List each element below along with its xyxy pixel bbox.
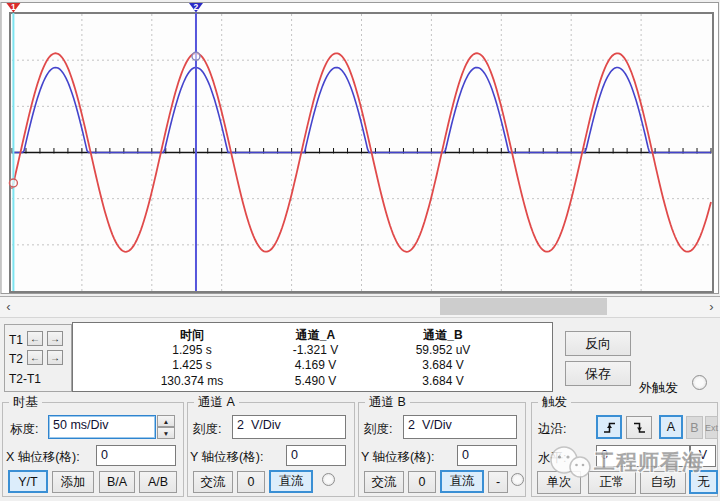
measurement-readout: 时间 通道_A 通道_B 1.295 s -1.321 V 59.952 uV … [72, 322, 553, 392]
cursor-1-label: 1 [11, 2, 16, 12]
cursor-2-trace-ring [192, 52, 200, 60]
yt-mode-button[interactable]: Y/T [8, 470, 48, 493]
rising-edge-icon [602, 420, 617, 435]
trigger-source-ext-button[interactable]: Ext [705, 416, 718, 439]
timebase-title: 时基 [9, 394, 42, 411]
readout-header-row: 时间 通道_A 通道_B [131, 327, 546, 344]
dt-time-value: 130.374 ms [131, 374, 253, 388]
trigger-source-ext-label: Ext [705, 423, 718, 433]
trigger-level-input[interactable]: 0 [596, 445, 690, 467]
scroll-right-button[interactable]: › [703, 297, 720, 316]
t1-channel-a-value: -1.321 V [253, 343, 378, 357]
t2-readout-row: 1.425 s 4.169 V 3.684 V [131, 358, 546, 372]
channel-a-dc-label: 直流 [279, 473, 304, 490]
channel-a-ac-button[interactable]: 交流 [193, 471, 233, 493]
t1-channel-b-value: 59.952 uV [378, 343, 508, 357]
t2-time-value: 1.425 s [131, 358, 253, 372]
t1-left-button[interactable]: ← [27, 331, 43, 346]
trigger-single-button[interactable]: 单次 [537, 471, 581, 494]
channel-a-y-offset-input[interactable]: 0 [286, 445, 346, 466]
trigger-none-label: 无 [697, 474, 710, 491]
trigger-auto-label: 自动 [651, 474, 676, 491]
channel-b-ac-button[interactable]: 交流 [364, 471, 404, 493]
oscilloscope-panel: 1 2 ‹ › T1 ← → T2 ← → T2-T1 时间 通道_A [0, 0, 720, 501]
arrow-right-icon: → [50, 352, 60, 363]
t1-label: T1 [9, 333, 23, 347]
channel-a-dc-button[interactable]: 直流 [269, 470, 313, 493]
spinner-up-icon[interactable]: ▲ [157, 415, 175, 427]
ab-mode-button[interactable]: A/B [139, 471, 177, 493]
ba-mode-button[interactable]: B/A [99, 471, 135, 493]
trigger-edge-label: 边沿: [538, 421, 566, 438]
col-time-header: 时间 [131, 327, 253, 344]
channel-b-scale-input[interactable]: 2 V/Div [403, 415, 517, 439]
col-channel-a-header: 通道_A [253, 327, 378, 344]
arrow-left-icon: ← [30, 333, 40, 344]
save-button[interactable]: 保存 [565, 361, 631, 386]
cursor-stepper-box: T1 ← → T2 ← → T2-T1 [4, 324, 72, 392]
x-offset-input[interactable]: 0 [96, 445, 176, 466]
ba-mode-label: B/A [107, 475, 127, 489]
timebase-scale-spinner[interactable]: ▲ ▼ [157, 415, 175, 439]
channel-b-invert-label: - [496, 475, 500, 489]
channel-b-dc-label: 直流 [450, 473, 475, 490]
trigger-source-a-button[interactable]: A [659, 415, 683, 439]
trigger-normal-button[interactable]: 正常 [588, 471, 636, 494]
channel-a-scale-label: 刻度: [193, 421, 221, 438]
right-chevron-icon: › [709, 300, 713, 313]
channel-a-zero-button[interactable]: 0 [237, 471, 265, 493]
timebase-scale-input[interactable]: 50 ms/Div [48, 415, 156, 439]
yt-mode-label: Y/T [18, 475, 37, 489]
col-channel-b-header: 通道_B [378, 327, 508, 344]
channel-a-zero-label: 0 [248, 475, 255, 489]
t2-right-button[interactable]: → [47, 350, 63, 365]
x-offset-label: X 轴位移(格): [6, 449, 80, 466]
trigger-auto-button[interactable]: 自动 [640, 471, 686, 494]
channel-a-indicator [322, 473, 335, 486]
falling-edge-button[interactable] [626, 416, 652, 439]
oscilloscope-screen: 1 2 [0, 0, 720, 294]
trigger-level-unit[interactable]: V [690, 445, 716, 467]
cursor-1-trace-ring [9, 179, 17, 187]
horizontal-scrollbar[interactable]: ‹ › [0, 296, 720, 318]
trigger-title: 触发 [538, 394, 571, 411]
reverse-button[interactable]: 反向 [565, 331, 631, 356]
trigger-none-button[interactable]: 无 [689, 470, 718, 494]
channel-b-title: 通道 B [365, 394, 410, 411]
ext-trigger-label: 外触发 [639, 379, 678, 397]
channel-b-zero-label: 0 [419, 475, 426, 489]
spinner-down-icon[interactable]: ▼ [157, 427, 175, 439]
trigger-source-b-label: B [690, 421, 698, 435]
t2-t1-readout-row: 130.374 ms 5.490 V 3.684 V [131, 374, 546, 388]
channel-b-dc-button[interactable]: 直流 [440, 470, 484, 493]
arrow-right-icon: → [50, 333, 60, 344]
channel-b-ac-label: 交流 [372, 474, 397, 491]
channel-b-y-offset-label: Y 轴位移(格): [361, 449, 434, 466]
arrow-left-icon: ← [30, 352, 40, 363]
ab-mode-label: A/B [148, 475, 168, 489]
ext-trigger-indicator[interactable] [692, 375, 707, 390]
scroll-left-button[interactable]: ‹ [0, 297, 17, 316]
t2-channel-a-value: 4.169 V [253, 358, 378, 372]
trigger-single-label: 单次 [547, 474, 572, 491]
channel-b-zero-button[interactable]: 0 [408, 471, 436, 493]
left-chevron-icon: ‹ [6, 300, 10, 313]
cursor-2-label: 2 [194, 2, 199, 12]
timebase-scale-label: 标度: [10, 421, 38, 438]
t2-left-button[interactable]: ← [27, 350, 43, 365]
t2-channel-b-value: 3.684 V [378, 358, 508, 372]
rising-edge-button[interactable] [596, 415, 622, 439]
t1-right-button[interactable]: → [47, 331, 63, 346]
add-mode-button[interactable]: 添加 [52, 471, 94, 493]
channel-b-y-offset-input[interactable]: 0 [457, 445, 517, 466]
scrollbar-thumb[interactable] [440, 298, 607, 315]
dt-channel-b-value: 3.684 V [378, 374, 508, 388]
trigger-source-b-button[interactable]: B [686, 416, 703, 439]
reverse-button-label: 反向 [585, 335, 611, 353]
add-mode-label: 添加 [61, 474, 86, 491]
channel-a-scale-input[interactable]: 2 V/Div [232, 415, 346, 439]
t2-t1-label: T2-T1 [9, 372, 41, 386]
channel-b-invert-button[interactable]: - [488, 471, 508, 493]
channel-a-ac-label: 交流 [201, 474, 226, 491]
channel-a-title: 通道 A [194, 394, 239, 411]
